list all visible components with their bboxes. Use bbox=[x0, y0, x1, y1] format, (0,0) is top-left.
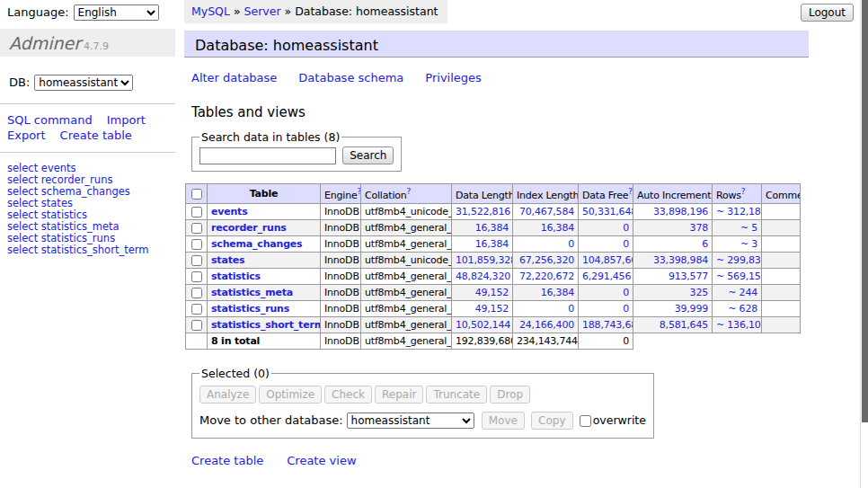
auto-increment-cell-link[interactable]: 39,999 bbox=[675, 303, 708, 315]
index-length-cell-link[interactable]: 0 bbox=[568, 238, 574, 250]
sidebar-select-link[interactable]: select statistics_short_term bbox=[7, 244, 175, 256]
search-button[interactable]: Search bbox=[342, 146, 394, 164]
table-name-link[interactable]: statistics_short_term bbox=[211, 319, 321, 331]
row-checkbox-cell bbox=[186, 300, 208, 316]
row-checkbox[interactable] bbox=[191, 271, 202, 282]
table-name-link[interactable]: schema_changes bbox=[211, 238, 302, 250]
help-link[interactable]: ? bbox=[741, 187, 746, 196]
totals-empty-cell bbox=[186, 333, 208, 349]
index-length-cell-link[interactable]: 0 bbox=[568, 303, 574, 315]
rows-cell-link[interactable]: ~ 569,159 bbox=[716, 271, 762, 282]
data-length-cell-link[interactable]: 48,824,320 bbox=[456, 271, 510, 282]
breadcrumb-mysql-link[interactable]: MySQL bbox=[191, 4, 230, 18]
index-length-cell-link[interactable]: 16,384 bbox=[541, 287, 574, 298]
auto-increment-cell-link[interactable]: 33,398,984 bbox=[653, 254, 708, 266]
index-length-cell-link[interactable]: 24,166,400 bbox=[519, 319, 574, 331]
table-name-link[interactable]: recorder_runs bbox=[211, 222, 287, 234]
db-action-link[interactable]: Privileges bbox=[425, 71, 482, 84]
data-length-cell-link[interactable]: 16,384 bbox=[475, 238, 509, 250]
create-link[interactable]: Create table bbox=[191, 454, 263, 467]
data-length-cell-link[interactable]: 10,502,144 bbox=[456, 319, 510, 331]
selected-op-button-truncate[interactable]: Truncate bbox=[426, 386, 487, 404]
data-length-cell-link[interactable]: 101,859,328 bbox=[456, 254, 513, 266]
selected-op-button-optimize[interactable]: Optimize bbox=[259, 386, 322, 404]
row-checkbox[interactable] bbox=[191, 207, 202, 217]
rows-cell-link[interactable]: ~ 628 bbox=[728, 303, 757, 315]
select-all-checkbox[interactable] bbox=[191, 189, 202, 200]
index-length-cell-link[interactable]: 16,384 bbox=[541, 222, 574, 234]
data-free-cell-link[interactable]: 0 bbox=[623, 303, 629, 315]
copy-button[interactable]: Copy bbox=[531, 412, 572, 430]
create-link[interactable]: Create view bbox=[287, 454, 356, 467]
rows-cell-link[interactable]: ~ 299,833 bbox=[716, 254, 762, 266]
row-checkbox[interactable] bbox=[191, 223, 202, 234]
breadcrumb-server-link[interactable]: Server bbox=[244, 4, 281, 18]
scrollbar-thumb[interactable] bbox=[862, 0, 868, 422]
data-free-cell-link[interactable]: 0 bbox=[623, 238, 629, 250]
auto-increment-cell-link[interactable]: 378 bbox=[690, 222, 708, 234]
data-length-cell-link[interactable]: 16,384 bbox=[475, 222, 509, 234]
sidebar-action-link[interactable]: Import bbox=[107, 113, 146, 127]
table-name-link[interactable]: statistics_runs bbox=[211, 303, 289, 315]
selected-op-button-check[interactable]: Check bbox=[324, 386, 372, 404]
column-header: Comment? bbox=[762, 184, 801, 204]
move-db-select[interactable]: homeassistant bbox=[347, 413, 474, 429]
sidebar-action-link[interactable]: SQL command bbox=[7, 113, 93, 127]
selected-op-button-analyze[interactable]: Analyze bbox=[199, 386, 256, 404]
auto-increment-cell-link[interactable]: 8,581,645 bbox=[660, 319, 708, 331]
help-link[interactable]: ? bbox=[358, 187, 361, 196]
row-checkbox[interactable] bbox=[191, 304, 202, 315]
move-row: Move to other database:homeassistant Mov… bbox=[199, 412, 646, 430]
table-name-link[interactable]: states bbox=[211, 254, 244, 266]
search-legend: Search data in tables (8) bbox=[199, 130, 341, 144]
table-name-link[interactable]: statistics bbox=[211, 271, 261, 282]
search-input[interactable] bbox=[199, 147, 336, 164]
data-length-cell-link[interactable]: 31,522,816 bbox=[456, 206, 510, 217]
table-name-link[interactable]: events bbox=[211, 206, 248, 217]
data-free-cell-link[interactable]: 50,331,648 bbox=[582, 206, 633, 217]
data-free-cell: 188,743,680 bbox=[579, 316, 633, 333]
data-free-cell: 0 bbox=[579, 300, 633, 316]
selected-op-button-drop[interactable]: Drop bbox=[490, 386, 530, 404]
rows-cell-link[interactable]: ~ 3 bbox=[740, 238, 757, 250]
rows-cell-link[interactable]: ~ 5 bbox=[740, 222, 757, 234]
auto-increment-cell-link[interactable]: 913,577 bbox=[669, 271, 708, 282]
row-checkbox[interactable] bbox=[191, 239, 202, 250]
data-length-cell-link[interactable]: 49,152 bbox=[475, 287, 509, 298]
row-checkbox-cell bbox=[186, 284, 208, 300]
index-length-cell-link[interactable]: 70,467,584 bbox=[519, 206, 574, 217]
overwrite-checkbox[interactable] bbox=[580, 415, 591, 427]
rows-cell-link[interactable]: ~ 136,108 bbox=[716, 319, 762, 331]
help-link[interactable]: ? bbox=[407, 187, 412, 196]
db-action-link[interactable]: Alter database bbox=[191, 71, 277, 84]
sidebar-action-link[interactable]: Create table bbox=[60, 129, 132, 142]
column-header: Rows? bbox=[713, 184, 762, 204]
auto-increment-cell-link[interactable]: 33,898,196 bbox=[653, 206, 708, 217]
auto-increment-cell-link[interactable]: 325 bbox=[690, 287, 708, 298]
sidebar-action-link[interactable]: Export bbox=[7, 129, 46, 142]
row-checkbox[interactable] bbox=[191, 255, 202, 266]
db-select[interactable]: homeassistant bbox=[34, 75, 133, 91]
row-checkbox-cell bbox=[186, 219, 208, 235]
data-free-cell-link[interactable]: 188,743,680 bbox=[582, 319, 633, 331]
data-free-cell-link[interactable]: 0 bbox=[623, 222, 629, 234]
data-length-cell-link[interactable]: 49,152 bbox=[475, 303, 509, 315]
auto-increment-cell-link[interactable]: 6 bbox=[702, 238, 708, 250]
app-logo[interactable]: Adminer bbox=[9, 33, 81, 53]
rows-cell-link[interactable]: ~ 244 bbox=[728, 287, 757, 298]
data-free-cell-link[interactable]: 0 bbox=[623, 287, 629, 298]
move-button[interactable]: Move bbox=[482, 412, 525, 430]
row-checkbox[interactable] bbox=[191, 288, 202, 298]
help-link[interactable]: ? bbox=[628, 187, 633, 196]
data-free-cell-link[interactable]: 104,857,600 bbox=[582, 254, 633, 266]
data-free-cell-link[interactable]: 6,291,456 bbox=[582, 271, 631, 282]
index-length-cell-link[interactable]: 67,256,320 bbox=[519, 254, 574, 266]
table-name-link[interactable]: statistics_meta bbox=[211, 287, 293, 298]
row-checkbox[interactable] bbox=[191, 320, 202, 331]
table-row: recorder_runsInnoDButf8mb4_general_ci16,… bbox=[186, 219, 801, 235]
selected-op-button-repair[interactable]: Repair bbox=[375, 386, 423, 404]
rows-cell-link[interactable]: ~ 312,180 bbox=[716, 206, 762, 217]
db-action-link[interactable]: Database schema bbox=[298, 71, 403, 84]
comment-cell bbox=[762, 316, 801, 333]
index-length-cell-link[interactable]: 72,220,672 bbox=[519, 271, 574, 282]
